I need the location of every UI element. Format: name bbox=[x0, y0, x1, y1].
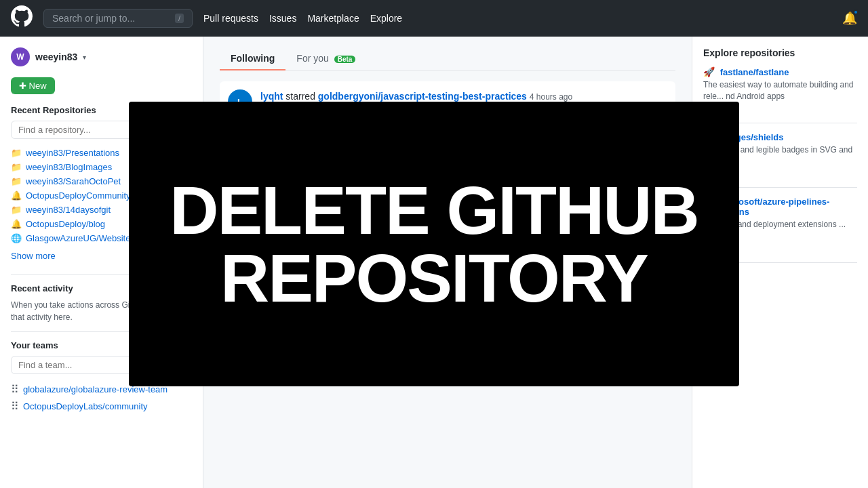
top-nav: Search or jump to... / Pull requests Iss… bbox=[0, 0, 868, 37]
explore-desc: The easiest way to automate building and… bbox=[703, 79, 857, 102]
search-kbd: / bbox=[175, 14, 184, 23]
explore-repo-name[interactable]: 🚀 fastlane/fastlane bbox=[703, 66, 857, 77]
repo-name: GlasgowAzureUG/Website bbox=[26, 233, 130, 243]
repo-name: weeyin83/BlogImages bbox=[26, 162, 112, 172]
rocket-icon: 🚀 bbox=[703, 66, 715, 77]
feed-user-link[interactable]: lyqht bbox=[260, 91, 283, 102]
nav-pull-requests[interactable]: Pull requests bbox=[203, 13, 258, 24]
nav-marketplace[interactable]: Marketplace bbox=[307, 13, 359, 24]
feed-action: starred bbox=[285, 91, 317, 102]
search-placeholder: Search or jump to... bbox=[52, 13, 135, 24]
nav-issues[interactable]: Issues bbox=[269, 13, 296, 24]
notification-dot bbox=[853, 9, 859, 15]
user-profile[interactable]: W weeyin83 ▾ bbox=[11, 47, 192, 66]
bell-icon: 🔔 bbox=[11, 219, 22, 229]
repo-name: OctopusDeployCommunity/ bbox=[26, 190, 133, 201]
repo-name: weeyin83/SarahOctoPet bbox=[26, 176, 121, 186]
github-logo[interactable] bbox=[11, 5, 33, 31]
overlay-modal: DELETE GITHUB REPOSITORY bbox=[129, 102, 739, 386]
team-icon: ⠿ bbox=[11, 400, 19, 413]
beta-badge: Beta bbox=[334, 56, 356, 63]
explore-title: Explore repositories bbox=[703, 47, 857, 58]
username: weeyin83 bbox=[35, 52, 77, 62]
list-item[interactable]: ⠿ OctopusDeployLabs/community bbox=[11, 398, 192, 415]
dropdown-arrow: ▾ bbox=[83, 54, 86, 61]
team-icon: ⠿ bbox=[11, 383, 19, 396]
repo-name: OctopusDeploy/blog bbox=[26, 219, 105, 229]
explore-repo-name-text: fastlane/fastlane bbox=[720, 67, 789, 77]
repo-icon: 📁 bbox=[11, 148, 22, 158]
tab-for-you[interactable]: For you Beta bbox=[285, 47, 366, 70]
feed-tabs: Following For you Beta bbox=[220, 47, 675, 70]
repo-icon: 📁 bbox=[11, 176, 22, 186]
nav-explore[interactable]: Explore bbox=[370, 13, 402, 24]
tab-following[interactable]: Following bbox=[220, 47, 285, 70]
nav-right: 🔔 bbox=[842, 11, 857, 26]
feed-time-value: 4 hours ago bbox=[530, 92, 572, 102]
bell-icon: 🔔 bbox=[11, 190, 22, 201]
feed-repo-link[interactable]: goldbergyoni/javascript-testing-best-pra… bbox=[318, 91, 527, 102]
nav-links: Pull requests Issues Marketplace Explore bbox=[203, 13, 402, 24]
avatar: W bbox=[11, 47, 30, 66]
repo-icon: 📁 bbox=[11, 205, 22, 215]
team-name: OctopusDeployLabs/community bbox=[23, 401, 148, 411]
repo-name: weeyin83/14daysofgit bbox=[26, 205, 111, 215]
globe-icon: 🌐 bbox=[11, 233, 22, 243]
tab-for-you-label: For you bbox=[296, 53, 328, 64]
new-repo-button[interactable]: ✚ New bbox=[11, 77, 55, 94]
overlay-line1: DELETE GITHUB bbox=[170, 176, 698, 244]
overlay-line2: REPOSITORY bbox=[220, 244, 648, 312]
search-input[interactable]: Search or jump to... / bbox=[43, 9, 193, 28]
repo-name: weeyin83/Presentations bbox=[26, 148, 119, 158]
notifications-bell[interactable]: 🔔 bbox=[842, 11, 857, 26]
repo-icon: 📁 bbox=[11, 162, 22, 172]
